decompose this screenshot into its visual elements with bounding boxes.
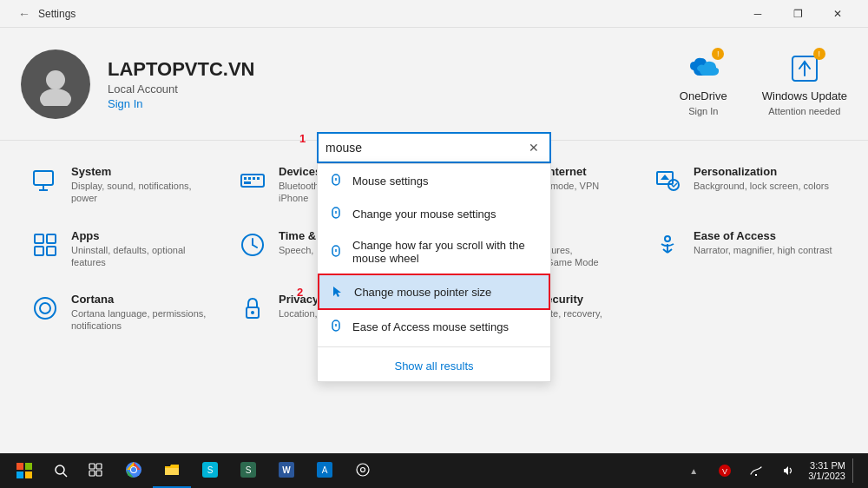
svg-rect-18: [35, 234, 43, 243]
taskbar-app-explorer[interactable]: [153, 453, 191, 488]
tray-virustotal[interactable]: V: [711, 453, 739, 488]
taskbar-app-app1[interactable]: S: [191, 453, 229, 488]
tray-network[interactable]: [742, 453, 770, 488]
search-clear-button[interactable]: ✕: [525, 139, 542, 156]
pointer-size-icon: [330, 284, 345, 300]
privacy-icon: [237, 293, 268, 324]
windows-update-label: Windows Update: [762, 89, 847, 102]
personalization-icon: [652, 165, 683, 196]
taskbar-app-azure[interactable]: A: [306, 453, 344, 488]
system-title: System: [71, 165, 216, 178]
settings-item-apps[interactable]: Apps Uninstall, defaults, optional featu…: [21, 219, 225, 280]
search-input[interactable]: [326, 141, 525, 155]
close-button[interactable]: ✕: [818, 0, 858, 28]
dropdown-item-mouse-settings[interactable]: Mouse settings: [318, 164, 550, 197]
onedrive-tile[interactable]: ! OneDrive Sign In: [680, 51, 727, 116]
settings-item-cortana[interactable]: Cortana Cortana language, permissions, n…: [21, 282, 225, 343]
taskbar-app-settings-pinned[interactable]: [344, 453, 382, 488]
dropdown-label-ease-mouse: Ease of Access mouse settings: [352, 320, 509, 333]
main-content: System Display, sound, notifications, po…: [0, 141, 868, 357]
titlebar-title: Settings: [38, 8, 738, 20]
settings-item-ease[interactable]: Ease of Access Narrator, magnifier, high…: [643, 219, 847, 280]
dropdown-label-pointer-size: Change mouse pointer size: [354, 286, 491, 299]
titlebar-controls: ─ ❐ ✕: [738, 0, 858, 28]
tray-arrow[interactable]: ▲: [680, 453, 707, 488]
taskbar-app-taskview[interactable]: [76, 453, 115, 488]
windows-update-icon: !: [787, 51, 822, 86]
search-overlay: 1 ✕ Mouse settings Change your mouse set…: [317, 132, 551, 382]
label-1: 1: [299, 132, 306, 145]
svg-rect-8: [244, 177, 247, 180]
svg-rect-19: [47, 234, 56, 243]
svg-rect-10: [253, 177, 255, 180]
dropdown-item-scroll[interactable]: Change how far you scroll with the mouse…: [318, 230, 550, 274]
start-button[interactable]: [3, 453, 45, 488]
svg-point-68: [357, 464, 369, 476]
sign-in-link[interactable]: Sign In: [108, 97, 662, 110]
svg-point-38: [251, 311, 254, 314]
svg-line-52: [63, 473, 67, 477]
show-desktop-button[interactable]: [852, 458, 858, 483]
svg-point-51: [56, 465, 64, 474]
svg-rect-9: [248, 177, 251, 180]
svg-rect-47: [16, 463, 23, 470]
svg-rect-53: [89, 464, 95, 469]
svg-rect-56: [96, 471, 102, 476]
system-icon: [30, 165, 61, 196]
dropdown-label-mouse-settings: Mouse settings: [352, 175, 428, 188]
svg-rect-4: [34, 171, 53, 185]
dropdown-item-ease-mouse[interactable]: Ease of Access mouse settings: [318, 310, 550, 343]
windows-update-tile[interactable]: ! Windows Update Attention needed: [762, 51, 847, 116]
user-name: LAPTOPVTC.VN: [108, 58, 662, 81]
system-desc: Display, sound, notifications, power: [71, 180, 216, 205]
change-mouse-icon: [328, 206, 344, 221]
back-button[interactable]: ←: [10, 0, 38, 28]
restore-button[interactable]: ❐: [778, 0, 818, 28]
svg-rect-48: [25, 463, 32, 470]
svg-rect-55: [89, 471, 95, 476]
svg-rect-11: [244, 181, 251, 184]
onedrive-badge: !: [712, 48, 724, 60]
taskbar-search-button[interactable]: [45, 453, 76, 488]
taskbar-app-app2[interactable]: S: [229, 453, 267, 488]
taskbar-app-word[interactable]: W: [267, 453, 306, 488]
svg-text:A: A: [322, 465, 328, 475]
apps-icon: [30, 229, 61, 260]
taskbar-apps: S S W A: [76, 453, 680, 488]
svg-text:S: S: [246, 465, 252, 475]
svg-point-35: [35, 298, 56, 319]
taskbar-tray: ▲ V 3:31 PM 3/1/2023: [680, 453, 865, 488]
devices-icon: [237, 165, 268, 196]
svg-rect-21: [47, 247, 56, 255]
svg-line-24: [253, 245, 257, 247]
label-2: 2: [297, 286, 303, 299]
apps-desc: Uninstall, defaults, optional features: [71, 244, 216, 269]
svg-point-36: [40, 303, 50, 313]
user-type: Local Account: [108, 82, 662, 96]
windows-update-badge: !: [813, 48, 825, 60]
minimize-button[interactable]: ─: [738, 0, 778, 28]
titlebar: ← Settings ─ ❐ ✕: [0, 0, 868, 28]
apps-title: Apps: [71, 229, 216, 242]
taskbar-clock[interactable]: 3:31 PM 3/1/2023: [808, 460, 845, 481]
svg-rect-12: [257, 177, 260, 180]
show-all-results-button[interactable]: Show all results: [318, 351, 550, 381]
svg-rect-54: [96, 464, 102, 469]
avatar: [21, 49, 90, 119]
dropdown-item-pointer-size[interactable]: Change mouse pointer size: [318, 274, 550, 310]
windows-update-sub: Attention needed: [768, 106, 840, 116]
dropdown-item-change-mouse[interactable]: Change your mouse settings: [318, 197, 550, 230]
svg-point-0: [46, 70, 65, 89]
onedrive-icon: !: [686, 51, 720, 86]
settings-header: LAPTOPVTC.VN Local Account Sign In ! One…: [0, 28, 868, 141]
cortana-icon: [30, 293, 61, 324]
taskbar-app-chrome[interactable]: [115, 453, 153, 488]
svg-rect-49: [16, 472, 23, 478]
settings-item-system[interactable]: System Display, sound, notifications, po…: [21, 155, 225, 215]
tray-volume[interactable]: [773, 453, 801, 488]
svg-rect-72: [755, 474, 757, 476]
personalization-desc: Background, lock screen, colors: [694, 180, 829, 192]
ease-mouse-icon: [328, 319, 344, 334]
taskbar: S S W A ▲: [0, 453, 868, 488]
settings-item-personalization[interactable]: Personalization Background, lock screen,…: [643, 155, 847, 215]
